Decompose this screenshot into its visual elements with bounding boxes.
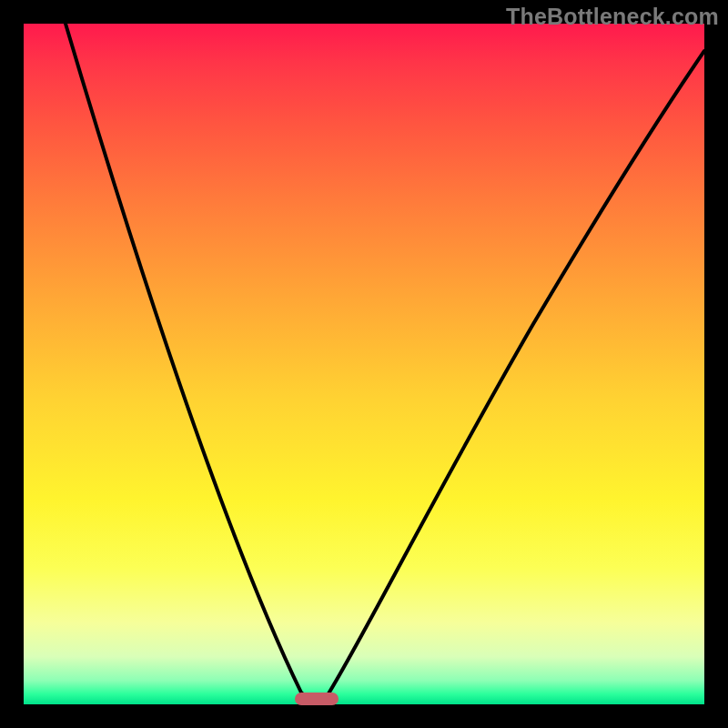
optimum-marker	[295, 693, 339, 705]
watermark-text: TheBottleneck.com	[506, 4, 719, 30]
chart-frame: TheBottleneck.com	[0, 0, 728, 728]
chart-plot-area	[24, 24, 704, 704]
curve-path	[66, 24, 704, 701]
bottleneck-curve	[24, 24, 704, 704]
